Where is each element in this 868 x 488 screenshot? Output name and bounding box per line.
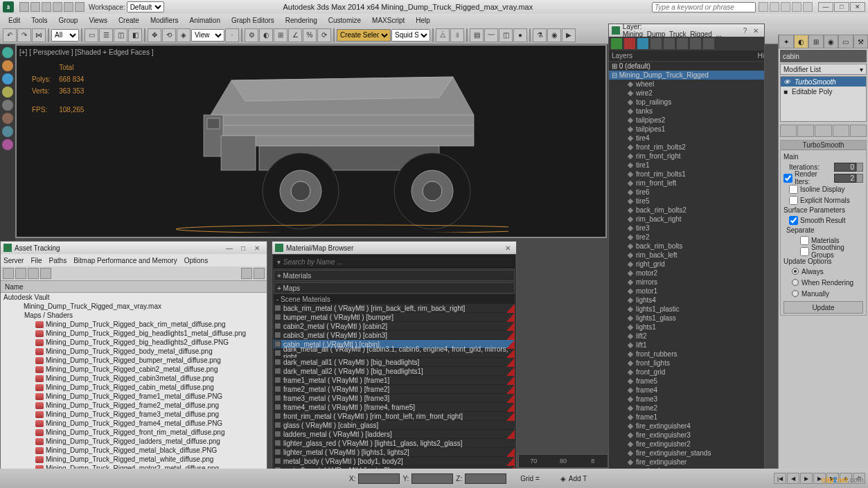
layer-row[interactable]: front_lights xyxy=(609,359,764,368)
ribbon-btn-5[interactable] xyxy=(2,100,13,111)
layer-row[interactable]: rim_back_left xyxy=(609,251,764,260)
select-button[interactable]: ▭ xyxy=(85,28,98,42)
render-frame-button[interactable]: ◉ xyxy=(547,28,561,42)
layer-row[interactable]: back_rim_bolts2 xyxy=(609,206,764,215)
asset-tree-row[interactable]: Mining_Dump_Truck_Rigged_back_rim_metal_… xyxy=(1,320,267,329)
asset-tree-row[interactable]: Mining_Dump_Truck_Rigged_motor2_metal_di… xyxy=(1,464,267,469)
at-menu-paths[interactable]: Paths xyxy=(49,257,67,264)
qat-redo-icon[interactable] xyxy=(64,2,73,12)
layer-row[interactable]: tire4 xyxy=(609,134,764,143)
ribbon-btn-6[interactable] xyxy=(2,113,13,124)
layer-row[interactable]: lift1 xyxy=(609,341,764,350)
link-button[interactable]: ⋈ xyxy=(32,28,46,42)
asset-tree-row[interactable]: Mining_Dump_Truck_Rigged_ladders_metal_d… xyxy=(1,437,267,446)
at-tb-refresh[interactable] xyxy=(241,268,252,279)
snap-button[interactable]: ⊞ xyxy=(274,28,287,42)
at-menu-server[interactable]: Server xyxy=(3,257,24,264)
layer-add-button[interactable] xyxy=(637,38,648,49)
material-search-input[interactable]: ▾ Search by Name ... xyxy=(274,255,515,268)
material-editor-button[interactable]: ● xyxy=(513,28,527,42)
asset-tree-row[interactable]: Mining_Dump_Truck_Rigged_metal_white_dif… xyxy=(1,455,267,464)
signin-icon[interactable] xyxy=(770,2,779,12)
layer-select-button[interactable] xyxy=(650,38,662,49)
layer-row[interactable]: wheel xyxy=(609,80,764,89)
layer-row[interactable]: rim_front_right xyxy=(609,152,764,161)
at-menu-bitmap-performance-and-memory[interactable]: Bitmap Performance and Memory xyxy=(73,257,177,264)
menu-customize[interactable]: Customize xyxy=(323,17,366,24)
layer-row[interactable]: rim_front_left xyxy=(609,179,764,188)
layers-column-header[interactable]: Layers xyxy=(612,52,632,60)
add-time-button[interactable]: Add T xyxy=(569,475,587,482)
material-item[interactable]: glass ( VRayMtl ) [cabin_glass] xyxy=(274,421,515,430)
ribbon-btn-8[interactable] xyxy=(2,139,13,150)
utilities-tab[interactable]: ⚒ xyxy=(853,35,869,48)
ribbon-btn-1[interactable] xyxy=(2,47,13,58)
asset-tree-row[interactable]: Mining_Dump_Truck_Rigged_cabin2_metal_di… xyxy=(1,365,267,374)
layer-row[interactable]: lights1 xyxy=(609,323,764,332)
material-item[interactable]: bumper_metal ( VRayMtl ) [bumper] xyxy=(274,313,515,322)
workspace-dropdown[interactable]: Default xyxy=(127,1,164,12)
goto-start-button[interactable]: |◀ xyxy=(774,473,786,484)
mb-close-button[interactable]: ✕ xyxy=(502,244,513,252)
layer-row[interactable]: fire_extinguisher4 xyxy=(609,422,764,431)
update-render-radio[interactable] xyxy=(792,279,799,286)
ribbon-btn-4[interactable] xyxy=(2,87,13,98)
iterations-spinner[interactable]: 0 xyxy=(834,163,856,172)
ribbon-btn-2[interactable] xyxy=(2,60,13,71)
asset-tree-row[interactable]: Autodesk Vault xyxy=(1,293,267,302)
at-minimize-button[interactable]: — xyxy=(222,244,236,252)
asset-tree-row[interactable]: Mining_Dump_Truck_Rigged_max_vray.max xyxy=(1,302,267,311)
asset-tree-row[interactable]: Mining_Dump_Truck_Rigged_bumper_metal_di… xyxy=(1,356,267,365)
material-item[interactable]: metal_body ( VRayMtl ) [body1, body2] xyxy=(274,457,515,466)
infocenter-icon[interactable] xyxy=(759,2,768,12)
asset-tree-row[interactable]: Mining_Dump_Truck_Rigged_big_headlights2… xyxy=(1,338,267,347)
mirror-button[interactable]: ⧊ xyxy=(436,28,450,42)
pin-stack-button[interactable] xyxy=(780,125,797,137)
refcoord-dropdown[interactable]: View xyxy=(191,29,224,42)
play-button[interactable]: ▶ xyxy=(800,473,813,484)
layer-manager-button[interactable]: ▤ xyxy=(470,28,484,42)
layer-hide-button[interactable] xyxy=(677,38,688,49)
layer-help-button[interactable]: ? xyxy=(740,27,751,35)
explicit-checkbox[interactable] xyxy=(789,196,798,205)
material-item[interactable]: cabin3_metal ( VRayMtl ) [cabin3] xyxy=(274,331,515,340)
at-column-name[interactable]: Name xyxy=(1,280,267,293)
material-item[interactable]: lighter_glass_red ( VRayMtl ) [lights1_g… xyxy=(274,439,515,448)
asset-tree-row[interactable]: Mining_Dump_Truck_Rigged_frame4_metal_di… xyxy=(1,419,267,428)
app-icon[interactable]: 3 xyxy=(3,1,14,12)
move-button[interactable]: ✥ xyxy=(148,28,161,42)
asset-tree-row[interactable]: Maps / Shaders xyxy=(1,311,267,320)
modifier-list-dropdown[interactable]: Modifier List▾ xyxy=(780,64,867,75)
iterations-spin-up[interactable] xyxy=(856,163,863,172)
at-menu-options[interactable]: Options xyxy=(184,257,208,264)
create-tab[interactable]: ✦ xyxy=(779,35,794,48)
layer-row[interactable]: right_grid xyxy=(609,260,764,269)
menu-edit[interactable]: Edit xyxy=(3,17,26,24)
at-tb-2[interactable] xyxy=(15,268,26,279)
material-item[interactable]: frame1_metal ( VRayMtl ) [frame1] xyxy=(274,376,515,385)
layer-row[interactable]: back_rim_bolts xyxy=(609,242,764,251)
layer-row[interactable]: frame4 xyxy=(609,386,764,395)
qat-save-icon[interactable] xyxy=(42,2,51,12)
display-tab[interactable]: ▭ xyxy=(838,35,853,48)
layer-row[interactable]: fire_extinguisher2 xyxy=(609,440,764,449)
layer-row[interactable]: front_grid xyxy=(609,368,764,377)
layer-row[interactable]: tailpipes1 xyxy=(609,125,764,134)
asset-tree-row[interactable]: Mining_Dump_Truck_Rigged_cabin_metal_dif… xyxy=(1,383,267,392)
close-button[interactable]: ✕ xyxy=(850,2,865,12)
layer-row[interactable]: motor2 xyxy=(609,269,764,278)
scale-button[interactable]: ◈ xyxy=(177,28,191,42)
asset-tree-row[interactable]: Mining_Dump_Truck_Rigged_cabin3metal_dif… xyxy=(1,374,267,383)
layer-row[interactable]: top_railings xyxy=(609,98,764,107)
undo-button[interactable]: ↶ xyxy=(3,28,17,42)
layer-row[interactable]: frame5 xyxy=(609,377,764,386)
select-name-button[interactable]: ☰ xyxy=(99,28,113,42)
render-iters-spinner[interactable]: 2 xyxy=(834,174,856,183)
at-close-button[interactable]: ✕ xyxy=(250,244,264,252)
at-menu-file[interactable]: File xyxy=(30,257,42,264)
layer-row[interactable]: tire3 xyxy=(609,224,764,233)
asset-tree-row[interactable]: Mining_Dump_Truck_Rigged_frame2_metal_di… xyxy=(1,401,267,410)
spinner-snap-button[interactable]: ⟳ xyxy=(317,28,331,42)
viewport-label[interactable]: [+] [ Perspective ] [Shaded + Edged Face… xyxy=(19,48,153,56)
selection-filter-dropdown[interactable]: All xyxy=(51,29,79,42)
